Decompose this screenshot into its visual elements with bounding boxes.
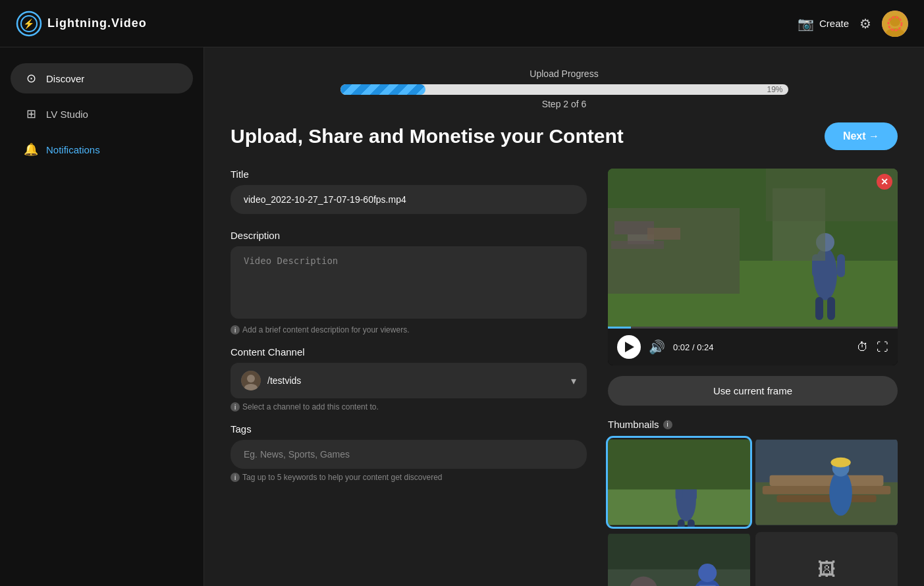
svg-point-48 — [698, 564, 717, 582]
description-hint: i Add a brief content description for yo… — [231, 325, 587, 334]
svg-rect-32 — [688, 519, 695, 527]
thumbnails-label: Thumbnails i — [608, 419, 898, 430]
sidebar: ⊙ Discover ⊞ LV Studio 🔔 Notifications — [0, 47, 204, 586]
svg-rect-31 — [678, 519, 685, 527]
next-button[interactable]: Next → — [825, 122, 898, 150]
time-display: 0:02 / 0:24 — [673, 342, 849, 352]
notifications-icon: 🔔 — [24, 142, 38, 157]
video-scene-svg — [608, 169, 898, 327]
thumbnails-info-icon[interactable]: i — [663, 420, 672, 429]
sidebar-item-lv-studio[interactable]: ⊞ LV Studio — [11, 99, 193, 129]
camera-icon: 📷 — [798, 16, 814, 32]
svg-rect-15 — [611, 241, 664, 249]
create-button[interactable]: 📷 Create — [798, 16, 849, 32]
svg-rect-38 — [776, 495, 876, 502]
content-area: Upload Progress 19% Step 2 of 6 Upload, … — [204, 47, 924, 586]
thumbnail-1[interactable] — [608, 438, 750, 527]
hint-icon-2: i — [231, 402, 240, 412]
svg-rect-33 — [608, 440, 750, 490]
description-label: Description — [231, 230, 587, 241]
speed-icon[interactable]: ⏱ — [857, 340, 869, 354]
hint-icon-3: i — [231, 473, 240, 482]
svg-point-8 — [247, 375, 255, 383]
sidebar-item-discover[interactable]: ⊙ Discover — [11, 63, 193, 93]
settings-icon[interactable]: ⚙ — [859, 16, 871, 32]
left-column: Title Description i Add a brief content … — [231, 169, 587, 586]
page-title-row: Upload, Share and Monetise your Content … — [231, 122, 898, 150]
progress-label: Upload Progress — [231, 68, 898, 79]
channel-label: Content Channel — [231, 346, 587, 358]
progress-bar-container: 19% — [340, 84, 788, 95]
two-column-layout: Title Description i Add a brief content … — [231, 169, 898, 586]
play-icon — [625, 342, 634, 352]
image-upload-icon: 🖼 — [817, 558, 836, 580]
svg-point-39 — [829, 470, 852, 516]
chevron-down-icon: ▾ — [571, 375, 576, 387]
tags-input[interactable] — [231, 440, 587, 469]
header-right: 📷 Create ⚙ — [798, 11, 908, 37]
logo[interactable]: ⚡ Lightning.Video — [16, 11, 147, 37]
discover-icon: ⊙ — [24, 71, 38, 86]
progress-percent: 19% — [767, 85, 782, 94]
use-current-frame-button[interactable]: Use current frame — [608, 376, 898, 406]
page-title: Upload, Share and Monetise your Content — [231, 125, 624, 147]
channel-select[interactable]: /testvids ▾ — [231, 363, 587, 398]
play-button[interactable] — [617, 335, 641, 359]
svg-rect-43 — [608, 570, 750, 586]
svg-rect-12 — [608, 208, 740, 294]
svg-rect-20 — [837, 254, 845, 277]
channel-hint: i Select a channel to add this content t… — [231, 402, 587, 412]
svg-rect-36 — [770, 475, 884, 486]
progress-bar-fill — [340, 84, 425, 95]
video-controls: 🔊 0:02 / 0:24 ⏱ ⛶ — [608, 329, 898, 365]
video-progress-bar[interactable] — [608, 327, 898, 329]
hint-icon: i — [231, 325, 240, 334]
avatar[interactable] — [882, 11, 908, 37]
svg-rect-37 — [763, 486, 890, 494]
title-label: Title — [231, 169, 587, 180]
thumbnail-3[interactable] — [608, 532, 750, 586]
svg-rect-21 — [815, 297, 823, 320]
description-input[interactable] — [231, 246, 587, 319]
svg-point-4 — [890, 16, 900, 26]
sidebar-item-notifications[interactable]: 🔔 Notifications — [11, 134, 193, 165]
thumbnail-choose-own[interactable]: 🖼 Choose your own — [755, 532, 898, 586]
tags-hint: i Tag up to 5 keywords to help your cont… — [231, 473, 587, 482]
channel-name: /testvids — [267, 375, 301, 386]
svg-rect-16 — [647, 228, 680, 240]
right-column: ✕ — [608, 169, 898, 586]
video-thumbnail — [608, 169, 898, 327]
header: ⚡ Lightning.Video 📷 Create ⚙ — [0, 0, 924, 47]
title-input[interactable] — [231, 185, 587, 214]
thumbnails-grid: 🖼 Choose your own — [608, 438, 898, 586]
svg-rect-22 — [827, 297, 835, 320]
svg-text:⚡: ⚡ — [23, 18, 35, 30]
video-player: ✕ — [608, 169, 898, 365]
logo-icon: ⚡ — [16, 11, 42, 37]
svg-point-41 — [830, 458, 850, 467]
lv-studio-icon: ⊞ — [24, 107, 38, 121]
fullscreen-icon[interactable]: ⛶ — [877, 340, 888, 354]
main-layout: ⊙ Discover ⊞ LV Studio 🔔 Notifications U… — [0, 47, 924, 586]
upload-progress-section: Upload Progress 19% Step 2 of 6 — [231, 68, 898, 109]
volume-icon[interactable]: 🔊 — [649, 339, 665, 355]
channel-avatar — [241, 371, 261, 390]
video-progress-fill — [608, 327, 631, 329]
video-close-button[interactable]: ✕ — [877, 174, 892, 190]
thumbnail-2[interactable] — [755, 438, 898, 527]
step-label: Step 2 of 6 — [231, 99, 898, 109]
tags-label: Tags — [231, 423, 587, 435]
